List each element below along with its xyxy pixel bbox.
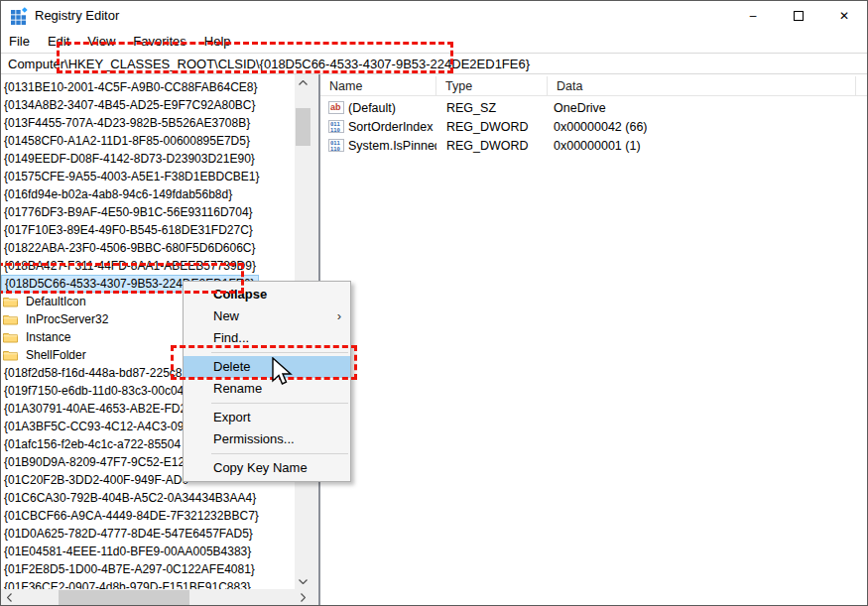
value-row[interactable]: ab(Default)REG_SZOneDrive xyxy=(320,98,868,117)
menu-favorites[interactable]: Favorites xyxy=(124,32,194,52)
tree-item-label: {016fd94e-b02a-4ab8-94c6-149fdab56b8d} xyxy=(1,185,235,203)
submenu-arrow-icon: › xyxy=(337,305,341,327)
tree-item-label: {018f2d58-f16d-448a-bd87-225c8 xyxy=(1,364,185,382)
value-data: OneDrive xyxy=(548,101,868,115)
tree-item[interactable]: {01C6CA30-792B-404B-A5C2-0A34434B3AA4} xyxy=(1,489,295,507)
tree-item[interactable]: {01822ABA-23F0-4506-9BBC-680F5D6D606C} xyxy=(1,239,295,257)
tree-item[interactable]: {016fd94e-b02a-4ab8-94c6-149fdab56b8d} xyxy=(1,185,295,203)
tree-item-label: {01F2E8D5-1D00-4B7E-A297-0C122AFE4081} xyxy=(1,560,258,578)
value-row[interactable]: 011110System.IsPinned...REG_DWORD0x00000… xyxy=(320,136,868,155)
column-header-type[interactable]: Type xyxy=(436,76,548,96)
tree-item[interactable]: {0131BE10-2001-4C5F-A9B0-CC88FAB64CE8} xyxy=(1,78,295,96)
tree-item-label: InProcServer32 xyxy=(23,310,111,328)
value-name: SortOrderIndex xyxy=(348,120,433,134)
tree-horizontal-scrollbar[interactable] xyxy=(1,589,311,606)
context-menu-item-new[interactable]: New› xyxy=(184,305,350,327)
tree-item-label: {013F4455-707A-4D23-982B-5B526AE3708B} xyxy=(1,114,253,132)
tree-item-label: {01E04581-4EEE-11d0-BFE9-00AA005B4383} xyxy=(1,543,254,560)
addressbar xyxy=(1,53,868,74)
tree-item-label: {0134A8B2-3407-4B45-AD25-E9F7C92A80BC} xyxy=(1,96,259,114)
value-data: 0x00000001 (1) xyxy=(548,139,868,153)
tree-item-label: {01C20F2B-3DD2-400F-949F-AD0 xyxy=(1,471,191,489)
main-area: {0131BE10-2001-4C5F-A9B0-CC88FAB64CE8}{0… xyxy=(1,74,868,606)
scroll-right-icon[interactable] xyxy=(295,589,311,606)
tree-item[interactable]: {01458CF0-A1A2-11D1-8F85-00600895E7D5} xyxy=(1,132,295,150)
scroll-left-icon[interactable] xyxy=(1,589,18,606)
value-type: REG_DWORD xyxy=(436,139,548,153)
maximize-icon xyxy=(794,11,804,21)
registry-editor-app-icon xyxy=(10,7,28,25)
value-type: REG_SZ xyxy=(436,101,548,115)
tree-item[interactable]: {0149EEDF-D08F-4142-8D73-D23903D21E90} xyxy=(1,150,295,168)
context-menu-item-export[interactable]: Export xyxy=(184,407,350,428)
values-header: Name Type Data xyxy=(320,76,868,96)
dword-value-icon: 011110 xyxy=(328,120,344,133)
string-value-icon: ab xyxy=(328,101,344,114)
value-row[interactable]: 011110SortOrderIndexREG_DWORD0x00000042 … xyxy=(320,117,868,136)
menu-file[interactable]: File xyxy=(9,32,39,52)
menu-help[interactable]: Help xyxy=(195,32,240,52)
tree-item-label: DefaultIcon xyxy=(23,293,89,310)
scroll-up-icon[interactable] xyxy=(295,74,311,91)
tree-item-label: {01458CF0-A1A2-11D1-8F85-00600895E7D5} xyxy=(1,132,253,150)
value-name: (Default) xyxy=(348,101,396,115)
context-menu-item-rename[interactable]: Rename xyxy=(184,378,350,400)
folder-icon xyxy=(3,349,18,361)
context-menu-item-delete[interactable]: Delete xyxy=(184,356,350,378)
tree-item-label: {01A3BF5C-CC93-4C12-A4C3-09 xyxy=(1,418,186,435)
tree-item[interactable]: {01575CFE-9A55-4003-A5E1-F38D1EBDCBE1} xyxy=(1,168,295,185)
menu-view[interactable]: View xyxy=(78,32,124,52)
context-menu-item-copy-key-name[interactable]: Copy Key Name xyxy=(184,457,350,479)
tree-item-label: {0131BE10-2001-4C5F-A9B0-CC88FAB64CE8} xyxy=(1,78,261,96)
column-header-data[interactable]: Data xyxy=(548,76,856,96)
tree-item-label: {018BA427-F311-44FD-8AA1-ABEEB57739D9} xyxy=(1,257,259,275)
tree-item-label: {01C6CA30-792B-404B-A5C2-0A34434B3AA4} xyxy=(1,489,259,507)
close-button[interactable]: ✕ xyxy=(821,1,867,31)
tree-item-label: {01822ABA-23F0-4506-9BBC-680F5D6D606C} xyxy=(1,239,259,257)
tree-item[interactable]: {01776DF3-B9AF-4E50-9B1C-56E93116D704} xyxy=(1,203,295,221)
context-menu-item-permissions[interactable]: Permissions... xyxy=(184,428,350,450)
dword-value-icon: 011110 xyxy=(328,139,344,152)
tree-item-label: {01776DF3-B9AF-4E50-9B1C-56E93116D704} xyxy=(1,203,256,221)
context-menu-item-find[interactable]: Find... xyxy=(184,327,350,349)
context-menu-item-collapse[interactable]: Collapse xyxy=(184,284,350,305)
titlebar: Registry Editor – ✕ xyxy=(1,1,867,31)
horizontal-scroll-thumb[interactable] xyxy=(59,590,189,605)
tree-item[interactable]: {01F2E8D5-1D00-4B7E-A297-0C122AFE4081} xyxy=(1,560,295,578)
tree-item-label: {01575CFE-9A55-4003-A5E1-F38D1EBDCBE1} xyxy=(1,168,262,185)
menu-separator xyxy=(211,453,348,454)
tree-item[interactable]: {013F4455-707A-4D23-982B-5B526AE3708B} xyxy=(1,114,295,132)
tree-item-label: ShellFolder xyxy=(23,346,89,364)
tree-item[interactable]: {01CBCF66-A9CA-4449-84DE-7F321232BBC7} xyxy=(1,507,295,525)
folder-icon xyxy=(3,331,18,343)
vertical-scroll-thumb[interactable] xyxy=(296,108,310,146)
tree-item-label: {017F10E3-89E4-49F0-B545-618DE31FD27C} xyxy=(1,221,256,239)
column-header-name[interactable]: Name xyxy=(320,76,436,96)
tree-item-label: {01D0A625-782D-4777-8D4E-547E6457FAD5} xyxy=(1,525,256,543)
tree-item-label: {0149EEDF-D08F-4142-8D73-D23903D21E90} xyxy=(1,150,258,168)
tree-item[interactable]: {01D0A625-782D-4777-8D4E-547E6457FAD5} xyxy=(1,525,295,543)
folder-icon xyxy=(3,296,18,307)
tree-item[interactable]: {018BA427-F311-44FD-8AA1-ABEEB57739D9} xyxy=(1,257,295,275)
tree-item[interactable]: {017F10E3-89E4-49F0-B545-618DE31FD27C} xyxy=(1,221,295,239)
address-input[interactable] xyxy=(1,54,868,73)
menu-separator xyxy=(211,352,348,353)
value-type: REG_DWORD xyxy=(436,120,548,134)
tree-item-label: {01A30791-40AE-4653-AB2E-FD2 xyxy=(1,400,189,418)
scroll-down-icon[interactable] xyxy=(295,573,311,590)
menubar: FileEditViewFavoritesHelp xyxy=(1,31,867,53)
tree-item-label: {019f7150-e6db-11d0-83c3-00c04 xyxy=(1,382,186,400)
menu-separator xyxy=(211,403,348,404)
tree-item[interactable]: {01E04581-4EEE-11d0-BFE9-00AA005B4383} xyxy=(1,543,295,560)
folder-icon xyxy=(3,313,18,325)
maximize-button[interactable] xyxy=(776,1,821,31)
minimize-button[interactable]: – xyxy=(730,1,776,31)
menu-edit[interactable]: Edit xyxy=(39,32,78,52)
values-rows: ab(Default)REG_SZOneDrive011110SortOrder… xyxy=(320,98,868,155)
value-name: System.IsPinned... xyxy=(348,139,436,153)
tree-item[interactable]: {0134A8B2-3407-4B45-AD25-E9F7C92A80BC} xyxy=(1,96,295,114)
tree-item-label: {01B90D9A-8209-47F7-9C52-E124 xyxy=(1,453,194,471)
registry-editor-window: Registry Editor – ✕ FileEditViewFavorite… xyxy=(0,0,868,606)
tree-item-label: Instance xyxy=(23,328,73,346)
values-pane: Name Type Data ab(Default)REG_SZOneDrive… xyxy=(319,74,868,606)
